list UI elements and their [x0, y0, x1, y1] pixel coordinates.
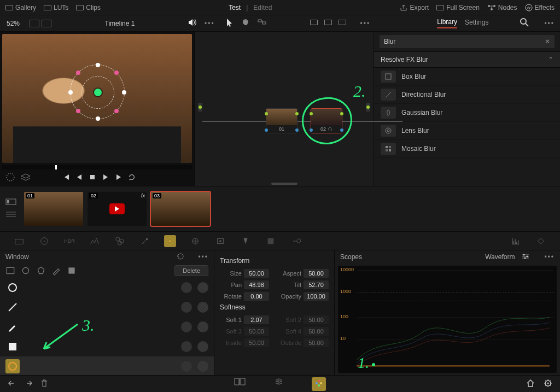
settings-tab[interactable]: Settings [465, 19, 488, 28]
curves-icon[interactable] [114, 235, 126, 247]
trash-button[interactable] [40, 379, 48, 389]
viewer-menu[interactable]: ••• [205, 20, 215, 27]
tracking-overlay[interactable] [70, 65, 125, 119]
shape-circle-row[interactable] [0, 278, 214, 297]
scope-settings-icon[interactable] [521, 253, 530, 261]
add-gradient-icon[interactable] [67, 266, 77, 276]
effects-button[interactable]: fxEffects [525, 4, 555, 11]
size-field[interactable]: 50.00 [244, 269, 269, 278]
hdr-icon[interactable]: HDR [63, 235, 75, 247]
window-menu[interactable]: ••• [198, 253, 208, 261]
color-page-icon[interactable] [312, 377, 326, 391]
rotate-field[interactable]: 0.00 [244, 292, 269, 301]
clip-02[interactable]: 02fx [88, 192, 147, 226]
export-button[interactable]: Export [400, 4, 429, 11]
scrub-bar[interactable] [2, 165, 192, 169]
blur-icon[interactable] [265, 235, 277, 247]
rgb-mixer-icon[interactable] [89, 235, 101, 247]
library-tab[interactable]: Library [437, 18, 457, 28]
panel-icon[interactable] [339, 20, 346, 25]
library-section-header[interactable]: Resolve FX Blur ⌃ [374, 51, 560, 68]
zoom-level[interactable]: 52% [0, 20, 26, 27]
stills-icon[interactable] [234, 377, 246, 391]
volume-icon[interactable] [188, 19, 197, 28]
list-view-icon[interactable] [5, 211, 16, 219]
add-polygon-icon[interactable] [36, 266, 46, 276]
scopes-toggle-icon[interactable] [510, 235, 522, 247]
split-icon[interactable] [273, 377, 284, 391]
panel-icon[interactable] [324, 20, 332, 25]
qualifier-icon[interactable] [164, 235, 176, 247]
stop-button[interactable] [89, 173, 96, 183]
effect-box-blur[interactable]: Box Blur [374, 68, 560, 86]
effect-lens-blur[interactable]: Lens Blur [374, 122, 560, 140]
gallery-tab[interactable]: Gallery [5, 4, 36, 11]
window-icon[interactable] [189, 235, 201, 247]
qualifier-icon[interactable] [5, 172, 15, 184]
search-icon[interactable] [520, 18, 529, 28]
svg-point-34 [22, 267, 28, 273]
viewer-toolbar: 52% Timeline 1 ••• ••• Library Settings … [0, 15, 560, 32]
clear-search-icon[interactable]: ✕ [545, 38, 550, 45]
effect-gaussian-blur[interactable]: Gaussian Blur [374, 104, 560, 122]
pan-field[interactable]: 48.98 [244, 280, 269, 289]
clip-01[interactable]: 01 [24, 192, 83, 226]
add-pen-icon[interactable] [51, 266, 61, 276]
effect-directional-blur[interactable]: Directional Blur [374, 86, 560, 104]
color-wheels-icon[interactable] [38, 235, 50, 247]
shape-line-row[interactable] [0, 297, 214, 317]
viewmode-icon[interactable] [42, 20, 51, 27]
node-tool-icon[interactable] [258, 18, 266, 28]
aspect-field[interactable]: 50.00 [304, 269, 329, 278]
annotation-arrow [39, 321, 83, 354]
next-button[interactable] [115, 173, 122, 183]
scope-menu[interactable]: ••• [544, 253, 555, 261]
undo-button[interactable] [8, 379, 16, 389]
key-icon[interactable] [290, 235, 302, 247]
luts-tab[interactable]: LUTs [44, 4, 68, 11]
node-01[interactable]: 01 [266, 108, 298, 133]
pane-resize-handle[interactable] [271, 183, 298, 185]
clip-03[interactable]: 03 [151, 192, 210, 226]
tracking-icon[interactable] [214, 235, 226, 247]
library-search-input[interactable] [380, 35, 555, 48]
node-graph[interactable]: 01 02 2. [194, 32, 374, 186]
shape-gradient-row[interactable] [0, 337, 214, 356]
node-menu[interactable]: ••• [360, 20, 371, 27]
color-warper-icon[interactable] [139, 235, 151, 247]
redo-button[interactable] [24, 379, 33, 389]
panel-icon[interactable] [310, 20, 318, 25]
scope-mode-dropdown[interactable]: Waveform [485, 253, 515, 261]
play-button[interactable] [102, 173, 109, 183]
soft1-field[interactable]: 2.07 [244, 315, 269, 324]
loop-button[interactable] [128, 173, 136, 183]
timeline-name[interactable]: Timeline 1 [57, 20, 183, 27]
viewmode-icon[interactable] [30, 20, 39, 27]
pointer-tool-icon[interactable] [226, 18, 234, 28]
hand-tool-icon[interactable] [241, 18, 250, 28]
effect-mosaic-blur[interactable]: Mosaic Blur [374, 140, 560, 158]
magic-mask-icon[interactable] [240, 235, 252, 247]
opacity-field[interactable]: 100.00 [304, 292, 329, 301]
tilt-field[interactable]: 52.70 [304, 280, 329, 289]
library-menu[interactable]: ••• [544, 20, 555, 27]
home-button[interactable] [526, 379, 535, 389]
layers-icon[interactable] [21, 173, 31, 183]
camera-raw-icon[interactable] [13, 235, 25, 247]
add-rect-icon[interactable] [5, 266, 15, 276]
shape-pen-row[interactable] [0, 317, 214, 337]
svg-point-22 [44, 241, 45, 242]
thumbnail-view-icon[interactable] [5, 198, 16, 207]
add-circle-icon[interactable] [21, 266, 31, 276]
info-icon[interactable] [535, 235, 547, 247]
fullscreen-button[interactable]: Full Screen [436, 4, 480, 11]
viewer-canvas[interactable] [2, 34, 192, 163]
shape-active-circle-row[interactable] [0, 356, 214, 375]
delete-shape-button[interactable]: Delete [174, 265, 208, 276]
clips-tab[interactable]: Clips [76, 4, 101, 11]
first-frame-button[interactable] [62, 173, 70, 183]
reset-icon[interactable] [176, 253, 185, 262]
nodes-button[interactable]: Nodes [487, 4, 517, 11]
prev-button[interactable] [75, 173, 83, 183]
project-settings-button[interactable] [544, 379, 552, 389]
